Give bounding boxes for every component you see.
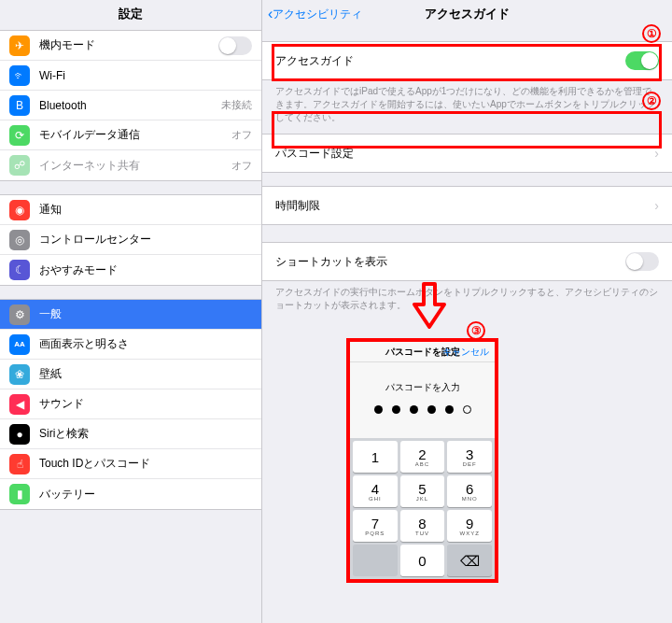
sidebar-item-Touch IDとパスコード[interactable]: ☝︎Touch IDとパスコード — [0, 449, 261, 479]
row-icon: B — [9, 95, 30, 116]
dot-filled — [445, 405, 454, 414]
dot-filled — [410, 405, 418, 414]
digit-key-5[interactable]: 5JKL — [400, 475, 445, 507]
row-label: 機内モード — [39, 37, 218, 53]
sidebar-item-バッテリー[interactable]: ▮バッテリー — [0, 479, 261, 509]
row-label: インターネット共有 — [39, 158, 231, 174]
row-icon: ◀︎ — [9, 394, 30, 415]
row-label: Bluetooth — [39, 99, 221, 112]
digit-key-8[interactable]: 8TUV — [400, 510, 445, 542]
sidebar-item-Siriと検索[interactable]: ●Siriと検索 — [0, 419, 261, 449]
row-label: 通知 — [39, 202, 252, 218]
annot-2: ② — [642, 92, 661, 110]
row-icon: ☍ — [9, 155, 30, 176]
key-digit: 8 — [418, 517, 426, 531]
annot-1: ① — [642, 24, 661, 43]
key-sub: GHI — [369, 496, 382, 502]
sidebar-item-おやすみモード[interactable]: ☾おやすみモード — [0, 255, 261, 285]
key-sub: JKL — [416, 496, 428, 502]
digit-key-7[interactable]: 7PQRS — [353, 510, 398, 542]
chevron-right-icon: › — [654, 146, 659, 161]
row-icon: ᯤ — [9, 65, 30, 86]
sidebar-item-機内モード[interactable]: ✈︎機内モード — [0, 31, 261, 61]
row-value: 未接続 — [221, 98, 252, 112]
sidebar-item-壁紙[interactable]: ❀壁紙 — [0, 360, 261, 389]
key-digit: 1 — [371, 450, 379, 464]
sidebar-item-画面表示と明るさ[interactable]: AA画面表示と明るさ — [0, 330, 261, 360]
guided-access-switch[interactable] — [625, 51, 659, 70]
sidebar-item-コントロールセンター[interactable]: ◎コントロールセンター — [0, 225, 261, 255]
row-label: Siriと検索 — [39, 426, 252, 442]
row-icon: ☝︎ — [9, 454, 30, 474]
key-digit: ⌫ — [460, 554, 480, 568]
digit-key-2[interactable]: 2ABC — [400, 441, 445, 473]
passcode-modal: パスコードを設定 キャンセル パスコードを入力 12ABC3DEF4GHI5JK… — [346, 338, 498, 583]
row-icon: ▮ — [9, 484, 30, 504]
sidebar-item-通知[interactable]: ◉通知 — [0, 195, 261, 225]
row-icon: ✈︎ — [9, 35, 30, 56]
row-icon: ⟳ — [9, 125, 30, 146]
nav-bar: ‹ アクセシビリティ アクセスガイド — [262, 0, 672, 28]
row-label: サウンド — [39, 396, 252, 412]
digit-key-9[interactable]: 9WXYZ — [447, 510, 492, 542]
shortcut-switch[interactable] — [625, 252, 659, 271]
digit-key-1[interactable]: 1 — [353, 441, 398, 473]
digit-key-6[interactable]: 6MNO — [447, 475, 492, 507]
back-button[interactable]: ‹ アクセシビリティ — [268, 6, 362, 22]
key-sub: DEF — [463, 461, 477, 467]
toggle-switch[interactable] — [218, 36, 252, 55]
row-label: おやすみモード — [39, 262, 252, 278]
row-label: ショートカットを表示 — [275, 254, 625, 270]
sidebar-item-Bluetooth[interactable]: BBluetooth未接続 — [0, 91, 261, 120]
row-label: コントロールセンター — [39, 232, 252, 248]
row-label: バッテリー — [39, 487, 252, 503]
key-digit: 9 — [466, 517, 473, 531]
shortcut-desc: アクセスガイドの実行中にホームボタンをトリプルクリックすると、アクセシビリティの… — [262, 281, 672, 321]
digit-key-0[interactable]: 0 — [400, 545, 445, 576]
arrow-down-icon — [411, 282, 448, 329]
back-label: アクセシビリティ — [273, 7, 362, 22]
guided-access-row[interactable]: アクセスガイド — [262, 42, 672, 79]
shortcut-row[interactable]: ショートカットを表示 — [262, 243, 672, 280]
dot-filled — [374, 405, 383, 414]
dot-empty — [463, 405, 471, 414]
key-digit: 4 — [371, 482, 379, 496]
key-digit: 6 — [466, 482, 473, 496]
key-sub: ABC — [415, 461, 429, 467]
row-label: Wi-Fi — [39, 69, 252, 82]
digit-key-3[interactable]: 3DEF — [447, 441, 492, 473]
key-sub: WXYZ — [460, 531, 480, 536]
sidebar-title: 設定 — [0, 0, 261, 30]
blank-key — [353, 545, 398, 576]
row-icon: ❀ — [9, 364, 30, 385]
time-limit-row[interactable]: 時間制限 › — [262, 187, 672, 224]
row-value: オフ — [231, 128, 252, 142]
key-digit: 7 — [371, 517, 379, 531]
sidebar-item-インターネット共有[interactable]: ☍インターネット共有オフ — [0, 150, 261, 180]
row-label: アクセスガイド — [275, 53, 625, 69]
row-icon: AA — [9, 334, 30, 355]
row-label: Touch IDとパスコード — [39, 456, 252, 472]
row-label: 一般 — [39, 306, 252, 322]
key-sub: MNO — [462, 496, 478, 502]
key-digit: 3 — [466, 447, 473, 461]
row-label: 時間制限 — [275, 198, 654, 214]
digit-key-4[interactable]: 4GHI — [353, 475, 398, 507]
row-value: オフ — [231, 159, 252, 173]
row-icon: ● — [9, 424, 30, 445]
key-sub: PQRS — [365, 531, 385, 536]
delete-key[interactable]: ⌫ — [447, 545, 492, 576]
sidebar-item-サウンド[interactable]: ◀︎サウンド — [0, 389, 261, 419]
passcode-settings-row[interactable]: パスコード設定 › — [262, 135, 672, 172]
row-label: 画面表示と明るさ — [39, 336, 252, 352]
row-icon: ⚙ — [9, 304, 30, 325]
guided-access-desc: アクセスガイドではiPadで使えるAppが1つだけになり、どの機能を利用できるか… — [262, 80, 672, 134]
key-digit: 5 — [418, 482, 426, 496]
row-icon: ◎ — [9, 230, 30, 250]
sidebar-item-Wi-Fi[interactable]: ᯤWi-Fi — [0, 61, 261, 91]
row-icon: ☾ — [9, 260, 30, 280]
sidebar-item-一般[interactable]: ⚙一般 — [0, 300, 261, 330]
cancel-button[interactable]: キャンセル — [442, 346, 489, 359]
sidebar-item-モバイルデータ通信[interactable]: ⟳モバイルデータ通信オフ — [0, 120, 261, 150]
annot-3: ③ — [467, 321, 485, 340]
